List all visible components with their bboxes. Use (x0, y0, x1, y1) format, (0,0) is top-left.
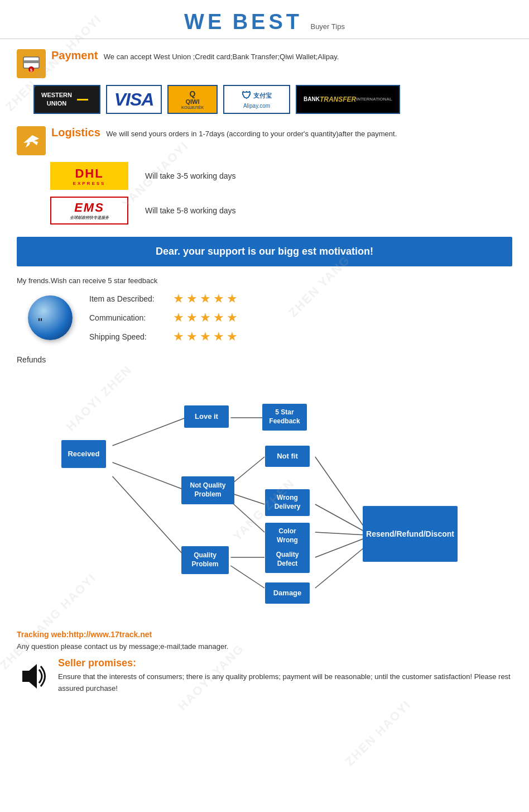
payment-icon: $ (17, 49, 46, 78)
payment-svg-icon: $ (21, 54, 41, 74)
promises-title: Seller promises: (58, 657, 512, 669)
feedback-inner: " Item as Described: ★ ★ ★ ★ ★ Communica… (28, 292, 512, 344)
flow-damage: Damage (265, 582, 310, 604)
tracking-url: Tracking web:http://www.17track.net (17, 630, 512, 639)
svg-line-10 (230, 501, 264, 532)
logistics-section: Logistics We will send yours orders in 1… (17, 126, 512, 225)
promises-content: Seller promises: Ensure that the interes… (58, 657, 512, 695)
alipay-logo: 🛡 支付宝 Alipay.com (223, 85, 290, 114)
motivation-banner: Dear. your support is our bigg est motiv… (17, 237, 512, 266)
header-title-we: WE (184, 10, 225, 34)
dhl-duration: Will take 3-5 working days (145, 171, 236, 180)
logistics-desc: We will send yours orders in 1-7days (ac… (106, 130, 397, 138)
rating-row-ship: Shipping Speed: ★ ★ ★ ★ ★ (89, 329, 238, 344)
star-4: ★ (213, 292, 224, 306)
page-content: $ Payment We can accept West Union ;Cred… (0, 49, 529, 698)
qiwi-logo: Q QIWI КОШЕЛЁК (167, 85, 218, 114)
speaker-svg (17, 660, 50, 693)
star-s1: ★ (173, 329, 184, 344)
svg-line-15 (315, 532, 366, 535)
star-c3: ★ (200, 311, 211, 325)
refunds-section: Refunds (17, 355, 512, 619)
star-c1: ★ (173, 311, 184, 325)
globe-face: " (38, 316, 42, 330)
rating-label-item: Item as Described: (89, 294, 167, 303)
star-s5: ★ (227, 329, 238, 344)
promises-text: Ensure that the interests of consumers; … (58, 671, 512, 695)
dhl-logo: DHL EXPRESS (50, 162, 128, 190)
ems-logo: EMS 全球邮政特快专递服务 (50, 197, 128, 225)
globe-icon: " (28, 295, 73, 340)
payment-label: Payment (51, 49, 98, 61)
ems-duration: Will take 5-8 working days (145, 206, 236, 215)
watermark-8: ZHEN HAOYI (343, 698, 414, 769)
stars-ship: ★ ★ ★ ★ ★ (173, 329, 238, 344)
rating-row-comm: Communication: ★ ★ ★ ★ ★ (89, 311, 238, 325)
ratings-grid: Item as Described: ★ ★ ★ ★ ★ Communicati… (89, 292, 238, 344)
flowchart: Received Love it 5 Star Feedback Not Qua… (17, 373, 512, 619)
flow-quality-defect: Quality Defect (265, 546, 310, 573)
bank-transfer-logo: BANK TRANSFER INTERNATIONAL (296, 85, 400, 114)
star-s2: ★ (186, 329, 198, 344)
rating-row-item: Item as Described: ★ ★ ★ ★ ★ (89, 292, 238, 306)
svg-line-13 (315, 457, 366, 529)
flow-color-wrong: Color Wrong (265, 523, 310, 550)
header-title-best: BEST (233, 10, 302, 34)
svg-line-16 (315, 538, 366, 557)
star-1: ★ (173, 292, 184, 306)
dhl-row: DHL EXPRESS Will take 3-5 working days (50, 162, 512, 190)
payment-section: $ Payment We can accept West Union ;Cred… (17, 49, 512, 114)
star-c4: ★ (213, 311, 224, 325)
flow-quality-problem: Quality Problem (181, 546, 229, 574)
svg-marker-18 (22, 664, 37, 689)
star-c5: ★ (227, 311, 238, 325)
star-2: ★ (186, 292, 198, 306)
rating-label-ship: Shipping Speed: (89, 332, 167, 341)
header-subtitle: Buyer Tips (310, 22, 344, 31)
svg-line-8 (230, 457, 264, 485)
flow-not-fit: Not fit (265, 446, 310, 467)
logistics-text-block: Logistics We will send yours orders in 1… (51, 126, 397, 140)
svg-line-9 (230, 493, 264, 504)
stars-comm: ★ ★ ★ ★ ★ (173, 311, 238, 325)
speaker-icon (17, 660, 50, 698)
svg-line-4 (113, 418, 186, 446)
svg-line-5 (113, 462, 186, 490)
logistics-icon (17, 126, 46, 155)
tracking-label: Tracking web: (17, 630, 69, 639)
plane-icon (21, 131, 41, 151)
logistics-label: Logistics (51, 126, 100, 138)
flow-wrong-delivery: Wrong Delivery (265, 489, 310, 516)
payment-header: $ Payment We can accept West Union ;Cred… (17, 49, 512, 78)
page-header: WE BEST Buyer Tips (0, 0, 529, 39)
stars-item: ★ ★ ★ ★ ★ (173, 292, 238, 306)
payment-desc: We can accept West Union ;Credit card;Ba… (104, 52, 339, 61)
flow-love-it: Love it (184, 405, 229, 428)
flow-received: Received (61, 440, 106, 468)
star-s3: ★ (200, 329, 211, 344)
payment-text-block: Payment We can accept West Union ;Credit… (51, 49, 339, 63)
logistics-header: Logistics We will send yours orders in 1… (17, 126, 512, 155)
star-s4: ★ (213, 329, 224, 344)
tracking-link[interactable]: http://www.17track.net (69, 630, 152, 639)
refunds-title: Refunds (17, 355, 512, 364)
flow-resend: Resend/Refund/Discont (363, 506, 458, 562)
tracking-section: Tracking web:http://www.17track.net Any … (17, 630, 512, 651)
flow-five-star: 5 Star Feedback (262, 404, 307, 431)
tracking-desc: Any question please contact us by messag… (17, 642, 512, 651)
svg-text:$: $ (30, 68, 33, 73)
promises-section: Seller promises: Ensure that the interes… (17, 657, 512, 698)
payment-logos: WESTERNUNION VISA Q QIWI КОШЕЛЁК 🛡 支付宝 A… (33, 85, 512, 114)
svg-line-12 (230, 566, 264, 588)
svg-line-14 (315, 504, 366, 532)
star-c2: ★ (186, 311, 198, 325)
feedback-subtitle: My frends.Wish can receive 5 star feedba… (17, 276, 512, 285)
rating-label-comm: Communication: (89, 313, 167, 322)
western-union-logo: WESTERNUNION (33, 85, 100, 114)
visa-logo: VISA (106, 85, 162, 114)
star-3: ★ (200, 292, 211, 306)
svg-line-6 (113, 476, 186, 557)
ems-row: EMS 全球邮政特快专递服务 Will take 5-8 working day… (50, 197, 512, 225)
flow-not-quality: Not Quality Problem (181, 476, 234, 504)
svg-line-17 (315, 546, 366, 588)
